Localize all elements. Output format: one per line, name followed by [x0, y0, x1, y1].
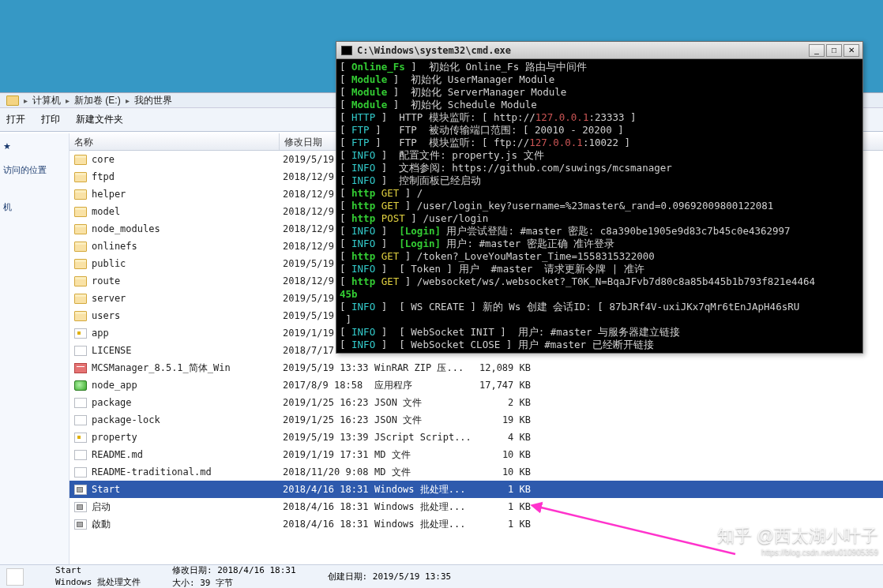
drive-icon — [6, 96, 19, 106]
folder-icon — [74, 172, 87, 182]
watermark-sub: https://blog.csdn.net/u010905359 — [717, 548, 878, 556]
status-size-label: 大小: — [172, 578, 195, 588]
file-name: property — [92, 432, 137, 443]
folder-icon — [74, 189, 87, 200]
zip-icon — [74, 363, 87, 373]
col-header-name[interactable]: 名称 — [70, 133, 280, 150]
file-row[interactable]: MCSManager_8.5.1_简体_Win2019/5/19 13:33Wi… — [70, 359, 883, 376]
file-name: package-lock — [92, 414, 160, 425]
file-date: 2018/4/16 18:31 — [280, 501, 371, 512]
status-created-label: 创建日期: — [328, 571, 368, 582]
folder-icon — [74, 242, 87, 252]
file-date: 2019/1/25 16:23 — [280, 397, 371, 408]
watermark-main: 知乎 @西太湖小叶子 — [717, 524, 878, 548]
file-row[interactable]: Start2018/4/16 18:31Windows 批处理...1 KB — [70, 481, 883, 498]
file-name: core — [92, 154, 115, 165]
sidebar-item[interactable]: 访问的位置 — [2, 161, 67, 179]
file-row[interactable]: property2019/5/19 13:39JScript Script...… — [70, 429, 883, 446]
file-icon — [74, 467, 87, 478]
print-button[interactable]: 打印 — [41, 113, 60, 126]
file-name: README-traditional.md — [92, 466, 212, 478]
svg-line-0 — [538, 507, 735, 554]
breadcrumb[interactable]: 计算机 新加卷 (E:) 我的世界 — [6, 94, 172, 107]
file-row[interactable]: 启动2018/4/16 18:31Windows 批处理...1 KB — [70, 498, 883, 515]
minimize-button[interactable]: _ — [809, 44, 825, 57]
bat-icon — [74, 485, 87, 495]
folder-icon — [74, 276, 87, 287]
chevron-right-icon — [124, 95, 131, 106]
watermark: 知乎 @西太湖小叶子 https://blog.csdn.net/u010905… — [717, 524, 878, 556]
exe-icon — [74, 380, 87, 391]
sidebar-item[interactable] — [2, 155, 67, 161]
file-date: 2019/1/19 17:31 — [280, 449, 371, 460]
file-name: README.md — [92, 449, 143, 460]
cmd-output[interactable]: [ Online_Fs ] 初始化 Online_Fs 路由与中间件 [ Mod… — [336, 59, 862, 353]
file-size: 17,747 KB — [474, 380, 545, 391]
cmd-window[interactable]: C:\Windows\system32\cmd.exe _ □ ✕ [ Onli… — [336, 41, 863, 354]
file-name: app — [92, 328, 109, 339]
sidebar[interactable]: ★ 访问的位置 机 — [0, 133, 70, 564]
folder-icon — [74, 294, 87, 304]
chevron-right-icon — [22, 95, 29, 106]
file-size: 1 KB — [474, 484, 545, 495]
file-type: 应用程序 — [371, 379, 474, 392]
file-date: 2019/1/25 16:23 — [280, 414, 371, 425]
sidebar-item[interactable]: ★ — [2, 138, 67, 155]
file-name: users — [92, 310, 120, 321]
sidebar-item[interactable] — [2, 192, 67, 198]
file-type: MD 文件 — [371, 448, 474, 462]
open-button[interactable]: 打开 — [6, 113, 25, 126]
sidebar-item[interactable] — [2, 185, 67, 192]
file-size: 12,089 KB — [474, 362, 545, 373]
bat-icon — [74, 502, 87, 512]
file-type: Windows 批处理... — [371, 483, 474, 496]
file-icon — [6, 568, 24, 586]
file-icon — [74, 346, 87, 356]
file-icon — [74, 450, 87, 460]
sidebar-item[interactable] — [2, 179, 67, 185]
new-folder-button[interactable]: 新建文件夹 — [76, 113, 123, 126]
cmd-title: C:\Windows\system32\cmd.exe — [357, 45, 807, 56]
folder-icon — [74, 311, 87, 321]
file-name: node_modules — [92, 223, 160, 234]
js-icon — [74, 433, 87, 443]
sidebar-item[interactable]: 机 — [2, 198, 67, 216]
file-name: model — [92, 206, 120, 217]
close-button[interactable]: ✕ — [844, 44, 859, 57]
breadcrumb-part[interactable]: 新加卷 (E:) — [74, 94, 121, 107]
file-date: 2019/5/19 13:39 — [280, 432, 371, 443]
file-row[interactable]: README.md2019/1/19 17:31MD 文件10 KB — [70, 446, 883, 463]
folder-icon — [74, 207, 87, 217]
chevron-right-icon — [64, 95, 71, 106]
file-type: Windows 批处理... — [371, 500, 474, 514]
file-name: package — [92, 397, 132, 408]
file-name: onlinefs — [92, 241, 137, 252]
breadcrumb-part[interactable]: 我的世界 — [134, 94, 172, 107]
file-icon — [74, 398, 87, 408]
file-row[interactable]: README-traditional.md2018/11/20 9:08MD 文… — [70, 463, 883, 481]
breadcrumb-part[interactable]: 计算机 — [32, 94, 61, 107]
file-name: Start — [92, 484, 120, 495]
status-name: Start — [55, 565, 141, 575]
file-date: 2018/4/16 18:31 — [280, 519, 371, 530]
file-name: 啟動 — [92, 518, 111, 531]
file-date: 2017/8/9 18:58 — [280, 380, 371, 391]
status-mod-label: 修改日期: — [172, 565, 212, 575]
folder-icon — [74, 259, 87, 269]
file-name: 启动 — [92, 500, 111, 514]
status-size-val: 39 字节 — [200, 578, 233, 588]
file-row[interactable]: node_app2017/8/9 18:58应用程序17,747 KB — [70, 376, 883, 394]
file-row[interactable]: package-lock2019/1/25 16:23JSON 文件19 KB — [70, 411, 883, 429]
file-row[interactable]: package2019/1/25 16:23JSON 文件2 KB — [70, 394, 883, 411]
file-name: LICENSE — [92, 345, 132, 356]
file-name: public — [92, 258, 126, 269]
file-name: route — [92, 275, 120, 287]
maximize-button[interactable]: □ — [826, 44, 842, 57]
file-size: 10 KB — [474, 449, 545, 460]
file-date: 2018/4/16 18:31 — [280, 484, 371, 495]
file-date: 2018/11/20 9:08 — [280, 466, 371, 478]
js-icon — [74, 328, 87, 339]
file-type: Windows 批处理... — [371, 518, 474, 531]
cmd-titlebar[interactable]: C:\Windows\system32\cmd.exe _ □ ✕ — [336, 42, 862, 59]
bat-icon — [74, 519, 87, 530]
